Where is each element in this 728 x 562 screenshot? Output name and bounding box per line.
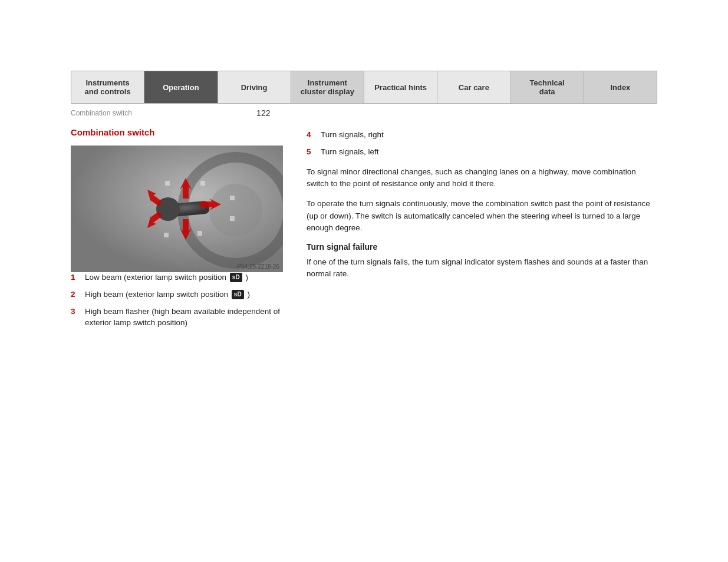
nav-label-car-care: Car care [459, 83, 489, 92]
nav-label-operation: Operation [163, 83, 199, 92]
nav-label-technical-data: Technicaldata [530, 78, 565, 96]
navigation-bar: Instrumentsand controls Operation Drivin… [0, 71, 728, 104]
svg-rect-14 [165, 181, 170, 186]
breadcrumb: Combination switch [71, 109, 132, 117]
right-number-4: 4 [307, 130, 317, 141]
paragraph-2: To operate the turn signals continuously… [307, 198, 657, 234]
left-column: Combination switch [71, 127, 289, 335]
list-text-3: High beam flasher (high beam available i… [85, 306, 289, 329]
image-svg [71, 146, 283, 272]
list-text-2: High beam (exterior lamp switch position… [85, 289, 250, 300]
right-text-5: Turn signals, left [321, 147, 379, 158]
nav-item-instruments-controls[interactable]: Instrumentsand controls [71, 71, 144, 103]
svg-rect-15 [164, 233, 169, 237]
nav-item-index[interactable]: Index [584, 71, 657, 103]
nav-item-operation[interactable]: Operation [144, 71, 218, 103]
paragraph-1: To signal minor directional changes, suc… [307, 166, 657, 190]
list-number-2: 2 [71, 289, 81, 300]
image-caption: P54.25-2218-26 [237, 263, 279, 270]
svg-rect-11 [230, 216, 235, 221]
list-item-2: 2 High beam (exterior lamp switch positi… [71, 289, 289, 300]
section-title: Combination switch [71, 127, 289, 137]
icon-low-beam: sD [230, 273, 242, 282]
list-text-1: Low beam (exterior lamp switch position … [85, 272, 248, 283]
svg-point-2 [209, 184, 262, 237]
content-area: Combination switch [71, 127, 657, 335]
right-number-5: 5 [307, 147, 317, 158]
svg-rect-10 [230, 196, 235, 200]
breadcrumb-row: Combination switch 122 [71, 108, 657, 118]
list-number-3: 3 [71, 306, 81, 318]
nav-item-car-care[interactable]: Car care [437, 71, 510, 103]
page-number: 122 [132, 108, 394, 118]
nav-label-practical-hints: Practical hints [374, 83, 427, 92]
nav-item-driving[interactable]: Driving [218, 71, 291, 103]
list-item-3: 3 High beam flasher (high beam available… [71, 306, 289, 329]
list-item-1: 1 Low beam (exterior lamp switch positio… [71, 272, 289, 283]
right-column: 4 Turn signals, right 5 Turn signals, le… [307, 127, 657, 335]
nav-label-index: Index [610, 83, 630, 92]
nav-item-practical-hints[interactable]: Practical hints [364, 71, 437, 103]
nav-label-instrument-cluster-display: Instrumentcluster display [301, 78, 354, 96]
subsection-title: Turn signal failure [307, 242, 657, 252]
right-text-4: Turn signals, right [321, 130, 384, 141]
nav-item-instrument-cluster-display[interactable]: Instrumentcluster display [291, 71, 364, 103]
svg-rect-13 [197, 231, 202, 236]
right-item-5: 5 Turn signals, left [307, 147, 657, 158]
icon-high-beam: sD [232, 290, 244, 299]
nav-label-driving: Driving [241, 83, 268, 92]
list-number-1: 1 [71, 272, 81, 283]
nav-item-technical-data[interactable]: Technicaldata [511, 71, 584, 103]
combination-switch-image: P54.25-2218-26 [71, 146, 283, 272]
nav-label-instruments-controls: Instrumentsand controls [85, 78, 131, 96]
failure-paragraph: If one of the turn signals fails, the tu… [307, 256, 657, 280]
right-item-4: 4 Turn signals, right [307, 130, 657, 141]
svg-rect-12 [200, 181, 205, 186]
